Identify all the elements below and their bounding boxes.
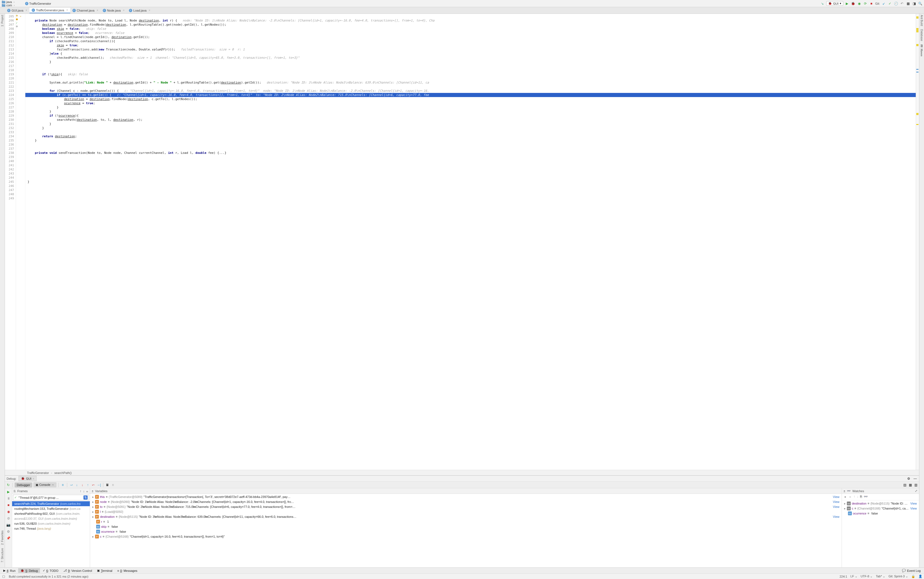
editor-tab[interactable]: CLoad.java× <box>127 8 153 13</box>
variable-row[interactable]: ▸P l = {Load@5092} <box>90 509 842 514</box>
ide-layout-icon[interactable]: ◨ <box>912 2 916 6</box>
frame-row[interactable]: shortestPathRouting:602, GUI (com.carlos… <box>12 511 90 516</box>
copy-icon[interactable]: ⎘ <box>860 495 862 499</box>
frame-row[interactable]: searchPath:224, TrafficGenerator (com.ca… <box>12 501 90 506</box>
view-link[interactable]: View <box>833 505 839 509</box>
frame-row[interactable]: access$1100:37, GUI (com.carlos.lnsim.ln… <box>12 516 90 521</box>
debug-session-tab[interactable]: 🐞 GUI × <box>18 476 37 481</box>
step-into-icon[interactable]: ↓ <box>75 483 79 487</box>
variable-row[interactable]: 01 ocurrence = false <box>90 529 842 534</box>
threads-icon[interactable]: ≡ <box>60 483 65 487</box>
editor-tab[interactable]: CGUI.java× <box>5 8 29 13</box>
remove-watch-icon[interactable]: － <box>849 495 852 499</box>
step-out-icon[interactable]: ↑ <box>86 483 90 487</box>
minimize-icon[interactable]: — <box>913 476 917 481</box>
editor-tab[interactable]: CNode.java× <box>101 8 127 13</box>
search-icon[interactable]: 🔍 <box>918 2 922 6</box>
up-icon[interactable]: ↑ <box>854 495 855 499</box>
maven-button[interactable]: m Maven <box>919 44 924 56</box>
editor-crumb-method[interactable]: searchPath() <box>54 471 72 474</box>
force-step-into-icon[interactable]: ↓ <box>80 483 85 487</box>
database-button[interactable]: Database <box>920 29 923 41</box>
editor-crumb-class[interactable]: TrafficGenerator <box>27 471 49 474</box>
stop-icon[interactable]: ■ <box>869 2 873 6</box>
run-icon[interactable]: ▶ <box>845 2 849 6</box>
close-icon[interactable]: × <box>67 8 68 11</box>
view-link[interactable]: View <box>910 502 917 505</box>
run-config-select[interactable]: 🐞 GUI ▾ <box>826 1 843 6</box>
frame-row[interactable]: routingMechanism:153, TrafficGenerator (… <box>12 506 90 511</box>
get-thread-dump-icon[interactable]: 📷 <box>6 522 11 527</box>
view-link[interactable]: View <box>833 495 839 499</box>
view-link[interactable]: View <box>910 507 917 510</box>
debug-icon[interactable]: 🐞 <box>851 2 856 6</box>
view-link[interactable]: View <box>833 515 839 518</box>
frame-row[interactable]: run:536, GUI$20 (com.carlos.lnsim.lnsim) <box>12 521 90 526</box>
bottom-tab[interactable]: 🐞5: Debug <box>18 568 40 573</box>
view-breakpoints-icon[interactable]: ◉ <box>6 509 11 514</box>
structure-tool-button[interactable]: 7: Structure <box>1 548 4 563</box>
pin-icon[interactable]: 📌 <box>6 536 11 541</box>
expand-icon[interactable]: ⤢ <box>915 489 917 493</box>
glasses-icon[interactable]: 👓 <box>864 495 868 499</box>
breadcrumb-item[interactable]: java <box>2 0 24 3</box>
add-watch-icon[interactable]: ＋ <box>844 495 847 499</box>
bottom-tab[interactable]: ⎇9: Version Control <box>61 568 94 573</box>
run-to-cursor-icon[interactable]: →| <box>97 483 101 487</box>
status-info-icon[interactable]: ▢ <box>2 574 5 579</box>
variable-row[interactable]: ▸P node = {Node@5090} "Node ID: 1\nNode … <box>90 499 842 504</box>
bottom-tab[interactable]: ≡0: Messages <box>115 569 140 573</box>
hector-icon[interactable]: 👤 <box>919 574 922 579</box>
ant-build-button[interactable]: Ant Build <box>920 15 923 26</box>
layout2-icon[interactable]: ▦ <box>908 483 913 487</box>
git-update-icon[interactable]: ↙ <box>882 2 886 6</box>
editor-tab[interactable]: CTrafficGenerator.java× <box>29 8 70 13</box>
event-log-button[interactable]: 💬 Event Log <box>900 568 923 573</box>
breadcrumb-class[interactable]: C TrafficGenerator <box>25 2 51 5</box>
indent[interactable]: Tab* ⌄ <box>876 574 885 578</box>
drop-frame-icon[interactable]: ⤺ <box>91 483 96 487</box>
variable-row[interactable]: P r = 1 <box>90 519 842 524</box>
marker-strip[interactable] <box>916 14 919 470</box>
console-tab[interactable]: ▣ Console → <box>33 482 56 487</box>
project-tool-button[interactable]: 1: Project <box>1 15 4 26</box>
git-revert-icon[interactable]: ↶ <box>900 2 904 6</box>
pause-icon[interactable]: ⏸ <box>6 496 11 501</box>
code-editor[interactable]: 2052062072082092102112122132142152162172… <box>5 14 919 470</box>
filter-icon[interactable]: ⏛ <box>86 489 88 493</box>
restore-icon[interactable]: ± <box>844 489 845 493</box>
next-frame-icon[interactable]: ↓ <box>83 489 85 493</box>
lock-icon[interactable]: 🔒 <box>911 574 915 579</box>
bottom-tab[interactable]: ✓6: TODO <box>41 568 60 573</box>
variable-row[interactable]: ▸P destination = {Node@5115} "Node ID: 3… <box>90 514 842 519</box>
resume-icon[interactable]: ▶ <box>6 489 11 494</box>
variable-row[interactable]: 01 skip = false <box>90 524 842 529</box>
thread-selector[interactable]: ✓ "Thread-9"@5,077 in group ... ⇅ <box>13 495 89 500</box>
variable-row[interactable]: 01 ocurrence = false <box>842 511 919 516</box>
profile-icon[interactable]: ⟳ <box>863 2 867 6</box>
encoding[interactable]: UTF-8 ⌄ <box>860 574 872 578</box>
prev-frame-icon[interactable]: ↑ <box>80 489 81 493</box>
stop-icon[interactable]: ■ <box>6 503 11 508</box>
git-history-icon[interactable]: 🕘 <box>894 2 898 6</box>
rerun-icon[interactable]: ↻ <box>6 483 10 487</box>
dropdown-icon[interactable]: ⎘ <box>14 489 16 493</box>
variable-row[interactable]: ▸oo c = {Channel@5168} "Channel{id=1, ca… <box>842 506 919 511</box>
line-separator[interactable]: LF ⌄ <box>851 574 857 578</box>
editor-tab[interactable]: CChannel.java× <box>70 8 101 13</box>
ide-settings-icon[interactable]: ▦ <box>906 2 910 6</box>
frame-row[interactable]: run:748, Thread (java.lang) <box>12 526 90 531</box>
close-icon[interactable]: × <box>149 9 150 12</box>
git-commit-icon[interactable]: ✓ <box>888 2 892 6</box>
trace-icon[interactable]: ≡ <box>111 483 115 487</box>
variable-row[interactable]: ▸P c = {Channel@5168} "Channel{id=1, cap… <box>90 534 842 539</box>
debugger-tab[interactable]: Debugger <box>15 483 32 487</box>
git-branch[interactable]: Git: Sprint-3 ⌄ <box>888 574 908 578</box>
close-icon[interactable]: × <box>123 9 124 12</box>
step-over-icon[interactable]: ⤻ <box>69 483 73 487</box>
bottom-tab[interactable]: ▶4: Run <box>1 568 18 573</box>
bottom-tab[interactable]: ▣Terminal <box>95 568 115 573</box>
mute-breakpoints-icon[interactable]: ⊘ <box>6 516 11 521</box>
coverage-icon[interactable]: ◉ <box>857 2 862 6</box>
restore-icon[interactable]: ± <box>92 489 93 493</box>
